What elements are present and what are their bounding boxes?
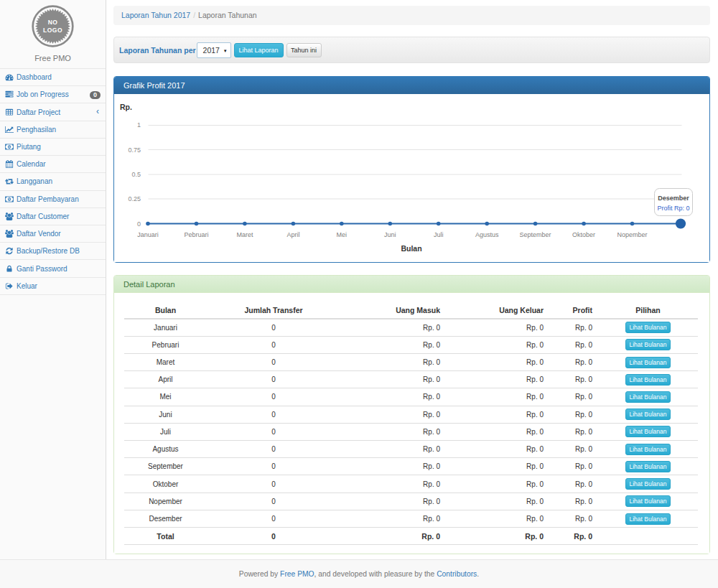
svg-text:LOGO: LOGO [43, 27, 62, 34]
svg-text:Juni: Juni [384, 231, 396, 238]
svg-text:Mei: Mei [337, 231, 348, 238]
svg-text:Maret: Maret [236, 231, 253, 238]
svg-text:Agustus: Agustus [475, 231, 499, 238]
svg-text:Oktober: Oktober [572, 231, 595, 238]
svg-text:0: 0 [137, 220, 141, 228]
svg-text:April: April [286, 231, 299, 238]
svg-text:Desember: Desember [658, 195, 689, 202]
svg-text:Nopember: Nopember [617, 231, 647, 238]
svg-text:Juli: Juli [434, 231, 444, 238]
svg-text:NO: NO [48, 19, 58, 26]
svg-text:September: September [520, 231, 551, 238]
svg-text:0.25: 0.25 [128, 195, 141, 202]
svg-text:Profit Rp: 0: Profit Rp: 0 [657, 205, 689, 212]
svg-text:Januari: Januari [137, 231, 159, 238]
svg-text:0.5: 0.5 [131, 171, 141, 178]
svg-text:0.75: 0.75 [128, 146, 141, 154]
svg-text:1: 1 [137, 121, 141, 129]
svg-text:Bulan: Bulan [401, 244, 421, 253]
svg-text:Rp.: Rp. [120, 103, 132, 111]
svg-text:Pebruari: Pebruari [184, 231, 208, 238]
